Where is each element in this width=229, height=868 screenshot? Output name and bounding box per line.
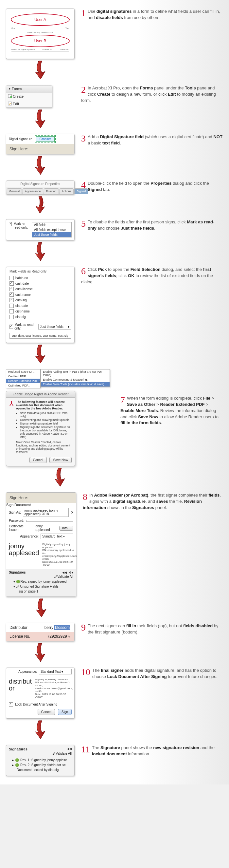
signatures-panel: Signatures ◀◀ | ⚙▾ 🖊Validate All ▾ 🟢 Rev… xyxy=(6,569,76,596)
properties-tabs: General Appearance Position Actions Sign… xyxy=(6,187,74,194)
step-10: Appearance:Standard Text ▾ distributor D… xyxy=(0,665,229,743)
forms-create-item[interactable]: Create xyxy=(6,92,52,100)
readonly-radio[interactable] xyxy=(9,222,12,226)
signature-meta: Digitally signed by distributor DN: cn=d… xyxy=(35,678,73,699)
lock-checkbox[interactable] xyxy=(9,702,13,707)
appearance-select[interactable]: Standard Text ▾ xyxy=(39,669,72,675)
menu-item[interactable]: Optimized PDF... xyxy=(6,383,40,388)
arrow-icon xyxy=(52,467,68,487)
save-now-button[interactable]: Save Now xyxy=(50,457,72,463)
dialog-feature-list: Save form data (for a fillable PDF form … xyxy=(20,411,72,439)
menu-item[interactable]: Certified PDF... xyxy=(6,374,40,379)
field-list-item[interactable]: dist-sig xyxy=(9,314,71,320)
field-checkbox[interactable] xyxy=(9,304,14,308)
step-number: 8 xyxy=(83,492,87,501)
tree-row[interactable]: sig on page 1 xyxy=(9,589,73,594)
field-checkbox[interactable] xyxy=(9,287,14,291)
distributor-value[interactable]: berry blossom xyxy=(44,625,71,630)
sig-field-panel: Digital signature Crosser Sign Here: xyxy=(6,134,74,154)
forms-panel-header[interactable]: ▾Forms xyxy=(6,86,52,92)
info-button[interactable]: Info... xyxy=(59,526,73,531)
field-checkbox[interactable] xyxy=(9,281,14,286)
properties-title: Digital Signature Properties xyxy=(6,181,74,187)
appearance-select[interactable]: Standard Text ▾ xyxy=(40,534,73,539)
readonly-select[interactable]: Just these fields ▾ xyxy=(38,324,71,330)
sign-here-bar: Sign Here: xyxy=(6,144,74,154)
signature-preview: jonnyappleseed Digitally signed by jonny… xyxy=(6,540,76,569)
forms-edit-item[interactable]: Edit xyxy=(6,100,52,107)
opt-except[interactable]: All fields except these xyxy=(32,227,71,232)
create-icon xyxy=(8,94,12,98)
menu-item-reader-extended[interactable]: Reader Extended PDF xyxy=(6,379,40,383)
step-number: 3 xyxy=(81,134,86,143)
field-list-item[interactable]: dist-date xyxy=(9,303,71,309)
tab-signed[interactable]: Signed xyxy=(74,188,88,194)
tab-actions[interactable]: Actions xyxy=(60,188,74,194)
cancel-button[interactable]: Cancel xyxy=(38,709,55,715)
readonly-label: Mark as read-only: xyxy=(14,323,37,330)
opt-just-these[interactable]: Just these fields xyxy=(32,232,71,237)
submenu-item-enable-more[interactable]: Enable More Tools (includes form fill-in… xyxy=(41,382,109,386)
validate-all-link[interactable]: Validate All xyxy=(57,575,73,579)
tab-general[interactable]: General xyxy=(7,188,22,194)
tree-row[interactable]: ▾ 🟢 Rev. signed by jonny appleseed xyxy=(9,579,73,584)
reader-extended-submenu: Enable Adding Text in PDFs (that are not… xyxy=(40,369,110,387)
field-checkbox[interactable] xyxy=(9,315,14,319)
tab-appearance[interactable]: Appearance xyxy=(23,188,43,194)
rev-row[interactable]: ▸ 🟢 Rev. 1: Signed by jonny applese xyxy=(9,757,72,763)
password-input[interactable] xyxy=(26,520,73,522)
cancel-button[interactable]: Cancel xyxy=(29,457,47,463)
sig-field-placeholder[interactable]: Crosser xyxy=(36,136,55,142)
step-5: Mark as read-only: All fields All fields… xyxy=(0,217,229,265)
refresh-icon[interactable]: ⟳ xyxy=(71,510,73,514)
appearance-label: Appearance: xyxy=(18,670,37,674)
small-caption: Office use only below this line xyxy=(8,31,72,33)
readonly-dropdown[interactable]: All fields All fields except these Just … xyxy=(32,222,72,238)
signature-name: distributor xyxy=(9,678,32,699)
field-list-item[interactable]: cust-name xyxy=(9,292,71,298)
field-list-item[interactable]: cust-license xyxy=(9,286,71,292)
menu-item[interactable]: Reduced Size PDF... xyxy=(6,370,40,374)
tree-row[interactable]: ▾ 🖊 Unsigned Signature Fields xyxy=(9,584,73,589)
step-text: The final signer adds their digital sign… xyxy=(81,668,223,680)
step-number: 11 xyxy=(81,745,90,754)
step-11: Signatures◀◀ 🖊Validate All ▸ 🟢 Rev. 1: S… xyxy=(0,743,229,778)
field-list-item[interactable]: cust-date xyxy=(9,281,71,286)
step-number: 6 xyxy=(81,267,86,276)
issuer-value: jonny appleseed xyxy=(35,524,57,532)
validate-all-link[interactable]: Validate All xyxy=(56,752,72,755)
submenu-item[interactable]: Enable Adding Text in PDFs (that are not… xyxy=(41,370,109,377)
step-number: 9 xyxy=(81,623,86,632)
step-text: Double-click the field to open the Prope… xyxy=(81,181,223,193)
arrow-icon xyxy=(32,643,48,662)
list-item: Digitally sign the document anywhere on … xyxy=(20,426,72,439)
dialog-title: Enable Usage Rights in Adobe Reader xyxy=(6,391,75,398)
signature-preview: distributor Digitally signed by distribu… xyxy=(6,675,74,701)
field-checkbox[interactable] xyxy=(9,276,14,280)
form-example-card: User A OneTwo Office use only below this… xyxy=(6,8,74,59)
tutorial-page: User A OneTwo Office use only below this… xyxy=(0,0,229,784)
tab-position[interactable]: Position xyxy=(44,188,59,194)
field-checkbox[interactable] xyxy=(9,298,14,302)
readonly-radio[interactable] xyxy=(9,324,13,329)
sign-button[interactable]: Sign xyxy=(58,709,72,715)
step-8: Sign Here: Sign Document Sign As:jonny a… xyxy=(0,490,229,621)
validate-icon: 🖊 xyxy=(52,752,56,755)
arrow-icon xyxy=(32,156,48,175)
field-list-item[interactable]: batch-no xyxy=(9,275,71,281)
validate-icon: 🖊 xyxy=(54,575,57,579)
opt-all[interactable]: All fields xyxy=(32,222,71,227)
dialog-note: Note: Once Reader Enabled, certain funct… xyxy=(16,440,72,454)
field-list-item[interactable]: cust-sig xyxy=(9,298,71,303)
step-7: Reduced Size PDF... Certified PDF... Rea… xyxy=(0,367,229,490)
field-list-item[interactable]: dist-name xyxy=(9,309,71,314)
step-text: In Acrobat XI Pro, open the Forms panel … xyxy=(81,85,223,104)
save-as-menu: Reduced Size PDF... Certified PDF... Rea… xyxy=(6,369,40,388)
field-checkbox[interactable] xyxy=(9,292,14,297)
field-selection-dialog: Mark Fields as Read-only batch-nocust-da… xyxy=(6,267,74,343)
sign-as-select[interactable]: jonny appleseed (jonny appleseed) 2018..… xyxy=(23,508,69,517)
submenu-item[interactable]: Enable Commenting & Measuring... xyxy=(41,377,109,382)
field-checkbox[interactable] xyxy=(9,309,14,313)
sign-dialog-title: Sign Document xyxy=(6,503,76,507)
rev-row[interactable]: ▸ 🟢 Rev. 2: Signed by distributor <c xyxy=(9,763,72,768)
